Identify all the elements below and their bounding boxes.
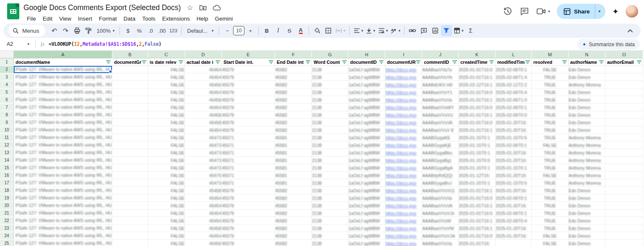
row-number[interactable]: 3 (0, 73, 14, 81)
cell[interactable]: 2025-01-15T0:1 (459, 141, 496, 149)
cell[interactable]: AAABGygaKE (422, 134, 459, 141)
filter-icon[interactable] (562, 60, 567, 64)
insert-chart-button[interactable] (430, 25, 441, 36)
meet-button[interactable]: ▾ (536, 7, 550, 16)
cell[interactable]: FALSE (148, 149, 185, 157)
row-number[interactable]: 9 (0, 119, 14, 126)
cell[interactable]: Edo Denon (569, 225, 605, 232)
cell[interactable]: 45473 (185, 157, 222, 164)
cell[interactable] (605, 73, 643, 81)
cell[interactable]: FALSE (148, 141, 185, 149)
cell[interactable] (112, 240, 148, 246)
cell[interactable]: AAABGygaKjE (422, 141, 459, 149)
cell[interactable]: 45571 (222, 157, 275, 164)
cell[interactable]: 2138 (312, 111, 348, 119)
cell[interactable]: TRUE (532, 96, 569, 104)
print-button[interactable] (72, 25, 83, 36)
cell[interactable]: 45581 (275, 134, 312, 141)
cell[interactable] (112, 164, 148, 172)
cell[interactable]: FALSE (532, 172, 569, 179)
menu-format[interactable]: Format (96, 15, 120, 23)
more-formats-button[interactable]: 123 (168, 25, 179, 36)
menu-help[interactable]: Help (193, 15, 212, 23)
cell[interactable]: 2025-01-01T16: (459, 240, 496, 246)
cell[interactable] (112, 73, 148, 81)
cell[interactable]: 2138 (312, 66, 348, 73)
cell[interactable]: 45458 (185, 187, 222, 194)
cell[interactable]: TRUE (532, 104, 569, 111)
cell[interactable]: FALSE (148, 111, 185, 119)
cell[interactable]: PSafe 127: VMware to native AWS using IR… (14, 89, 112, 96)
sheets-logo-icon[interactable] (7, 3, 19, 19)
filter-icon[interactable] (489, 60, 494, 64)
cell[interactable]: PSafe 127: VMware to native AWS using IR… (14, 157, 112, 164)
cell[interactable]: 2025-01-01T16:1 (459, 111, 496, 119)
cell[interactable]: FALSE (148, 187, 185, 194)
meet-caret-icon[interactable]: ▾ (548, 9, 550, 13)
field-header-is-date-relev[interactable]: is date relev (148, 58, 185, 66)
cell[interactable]: 2025-01-01T16:1 (459, 225, 496, 232)
cell[interactable]: Anthony Morena (569, 81, 605, 89)
cell[interactable]: FALSE (148, 225, 185, 232)
cell[interactable]: PSafe 127: VMware to native AWS using IR… (14, 66, 112, 73)
cell[interactable]: AAABaaVVsVA (422, 202, 459, 209)
cell[interactable]: 2025-01-15T0:1 (496, 164, 532, 172)
cell[interactable]: 2025-01-15T0:5 (496, 134, 532, 141)
create-filter-button[interactable] (441, 25, 452, 36)
cell[interactable]: 2025-01-20T16: (496, 157, 532, 164)
cell[interactable] (112, 157, 148, 164)
text-wrap-button[interactable]: ▾ (377, 25, 390, 36)
cell[interactable]: 2025-02-12T16:1 (459, 81, 496, 89)
cell[interactable]: 2138 (312, 172, 348, 179)
column-header-B[interactable]: B (112, 51, 148, 58)
cell[interactable]: FALSE (148, 89, 185, 96)
insert-link-button[interactable] (407, 25, 418, 36)
cell[interactable]: PSafe 127: VMware to native AWS using IR… (14, 141, 112, 149)
column-header-M[interactable]: M (532, 51, 569, 58)
cell[interactable]: 45581 (275, 172, 312, 179)
cell[interactable]: 45454 (185, 104, 222, 111)
cell[interactable]: 45475 (185, 172, 222, 179)
cell[interactable]: 45582 (275, 225, 312, 232)
cell[interactable]: 1aOxLf agWBW (348, 149, 385, 157)
cell[interactable]: 2025-01-15T0:5 (496, 179, 532, 187)
cell[interactable]: 2025-02-06T0:1 (496, 141, 532, 149)
cell[interactable]: 2138 (312, 73, 348, 81)
cell[interactable] (112, 209, 148, 217)
cell[interactable] (605, 66, 643, 73)
row-number[interactable]: 7 (0, 104, 14, 111)
cell[interactable]: Edo Denon (569, 126, 605, 134)
cell[interactable]: 2025-01-01T16:0 (459, 119, 496, 126)
redo-button[interactable]: ↷ (60, 25, 71, 36)
comments-icon[interactable] (519, 6, 530, 16)
cell[interactable]: PSafe 127: VMware to native AWS using IR… (14, 232, 112, 240)
cell[interactable]: 1aOxLf agWBW (348, 111, 385, 119)
filter-icon[interactable] (525, 60, 530, 64)
cell[interactable]: PSafe 127: VMware to native AWS using IR… (14, 119, 112, 126)
cell[interactable]: TRUE (532, 187, 569, 194)
cell[interactable] (605, 194, 643, 202)
row-number[interactable]: 13 (0, 149, 14, 157)
cell[interactable]: 1aOxLf agWBW (348, 232, 385, 240)
cell[interactable]: 45473 (185, 179, 222, 187)
cell[interactable]: 1aOxLf agWBW (348, 96, 385, 104)
cell[interactable]: https://docs.goo (385, 202, 422, 209)
cell[interactable]: https://docs.goo (385, 164, 422, 172)
cell[interactable] (605, 232, 643, 240)
cell[interactable]: AAABaaVVsVa (422, 96, 459, 104)
menu-gemini[interactable]: Gemini (211, 15, 236, 23)
decrease-decimals-button[interactable]: .0 (145, 25, 156, 36)
cell[interactable]: 45571 (222, 172, 275, 179)
cell[interactable]: Anthony Morena (569, 157, 605, 164)
cell[interactable]: 45456 (185, 81, 222, 89)
text-rotation-button[interactable]: A ▾ (390, 25, 402, 36)
field-header-actual-date-i[interactable]: actual date i (185, 58, 222, 66)
row-number[interactable]: 21 (0, 209, 14, 217)
cell[interactable] (605, 209, 643, 217)
cell[interactable]: 45579 (222, 81, 275, 89)
field-header-documentname[interactable]: documentName (14, 58, 112, 66)
cell[interactable]: AAABaaVVsVW (422, 225, 459, 232)
column-header-I[interactable]: I (385, 51, 422, 58)
cell[interactable]: FALSE (532, 232, 569, 240)
field-header-authoremail[interactable]: authorEmail (605, 58, 643, 66)
